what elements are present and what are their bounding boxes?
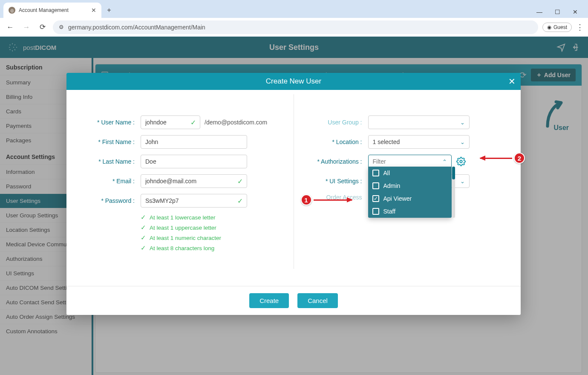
site-info-icon[interactable]: ⚙ [59,24,64,30]
guest-label: Guest [553,24,567,30]
authorizations-dropdown: All Admin Api Viewer Staff [368,167,452,218]
row-user-name: * User Name : ✓ /demo@postdicom.com [79,115,281,129]
auth-option-staff[interactable]: Staff [368,205,452,218]
modal-left-column: * User Name : ✓ /demo@postdicom.com * Fi… [66,94,294,269]
email-input[interactable] [141,174,247,188]
chevron-up-icon: ⌃ [442,159,447,165]
last-name-input[interactable] [141,155,247,168]
cancel-button[interactable]: Cancel [297,293,338,308]
password-input[interactable] [141,194,247,208]
modal-footer: Create Cancel [66,286,521,315]
new-tab-button[interactable]: + [103,4,115,16]
row-password: * Password : ✓ [79,194,281,208]
chevron-down-icon: ⌄ [460,119,465,126]
label-authorizations: * Authorizations : [307,158,362,165]
modal-close-icon[interactable]: ✕ [508,76,516,87]
check-icon: ✓ [190,118,196,127]
first-name-input[interactable] [141,135,247,149]
annotation-badge-1: 1 [301,194,312,205]
browser-top-bar: ◎ Account Management ✕ + ― ☐ ✕ [0,0,588,18]
modal-title: Create New User [266,77,321,86]
label-ui-settings: * UI Settings : [307,178,362,185]
authorizations-filter-input[interactable] [373,158,432,165]
label-user-name: * User Name : [79,119,135,126]
checkbox-checked-icon [372,195,379,202]
create-button[interactable]: Create [249,293,289,308]
check-icon: ✓ [141,234,146,242]
auth-option-api-viewer[interactable]: Api Viewer [368,192,452,205]
maximize-icon[interactable]: ☐ [551,9,563,15]
tab-title: Account Management [19,7,69,13]
browser-tab[interactable]: ◎ Account Management ✕ [3,3,101,18]
row-email: * Email : ✓ [79,174,281,188]
row-user-group: User Group : ⌄ [307,115,508,129]
row-first-name: * First Name : [79,135,281,149]
check-icon: ✓ [141,244,146,252]
modal-body: * User Name : ✓ /demo@postdicom.com * Fi… [66,90,521,286]
domain-suffix: /demo@postdicom.com [205,119,267,126]
modal-right-column: User Group : ⌄ * Location : 1 selected ⌄… [294,94,521,269]
check-icon: ✓ [237,197,243,205]
browser-toolbar: ← → ⟳ ⚙ germany.postdicom.com/AccountMan… [0,18,588,37]
guest-icon: ◉ [547,24,551,30]
row-last-name: * Last Name : [79,155,281,168]
svg-point-0 [460,160,462,163]
tab-strip: ◎ Account Management ✕ + [3,3,115,18]
browser-menu-icon[interactable]: ⋮ [576,23,584,32]
tab-close-icon[interactable]: ✕ [91,7,96,14]
chevron-down-icon: ⌄ [460,178,465,185]
password-rules: ✓At least 1 lowercase letter ✓At least 1… [141,213,281,252]
label-first-name: * First Name : [79,138,135,145]
close-window-icon[interactable]: ✕ [569,9,581,15]
favicon-icon: ◎ [9,7,15,14]
label-email: * Email : [79,178,135,185]
create-user-modal: Create New User ✕ * User Name : ✓ /demo@… [66,73,521,315]
window-controls: ― ☐ ✕ [533,9,588,18]
annotation-arrow-2 [480,158,512,159]
auth-option-admin[interactable]: Admin [368,179,452,192]
annotation-arrow-1 [314,199,352,201]
row-location: * Location : 1 selected ⌄ [307,135,508,149]
location-select[interactable]: 1 selected ⌄ [368,135,470,149]
minimize-icon[interactable]: ― [533,9,545,15]
check-icon: ✓ [237,177,243,185]
modal-header: Create New User ✕ [66,73,521,90]
label-password: * Password : [79,197,135,204]
check-icon: ✓ [141,224,146,231]
checkbox-icon [372,182,379,189]
reload-button[interactable]: ⟳ [37,21,49,33]
check-icon: ✓ [141,213,146,221]
back-button[interactable]: ← [4,21,16,33]
address-bar[interactable]: ⚙ germany.postdicom.com/AccountManagemen… [53,20,538,34]
forward-button[interactable]: → [20,21,32,33]
auth-option-all[interactable]: All [368,167,452,179]
authorizations-gear-button[interactable] [455,156,467,167]
profile-button[interactable]: ◉ Guest [542,23,572,32]
label-last-name: * Last Name : [79,158,135,165]
pw-rule: ✓At least 1 numeric character [141,234,281,242]
annotation-badge-2: 2 [514,153,525,164]
dropdown-scrollbar[interactable] [452,167,455,218]
app-viewport: postDICOM User Settings Subscription Sum… [0,37,588,375]
location-value: 1 selected [373,138,400,145]
user-group-select[interactable]: ⌄ [368,115,470,129]
url-text: germany.postdicom.com/AccountManagement/… [68,24,205,31]
label-user-group: User Group : [307,119,362,126]
pw-rule: ✓At least 8 characters long [141,244,281,252]
pw-rule: ✓At least 1 lowercase letter [141,213,281,221]
pw-rule: ✓At least 1 uppercase letter [141,224,281,231]
checkbox-icon [372,208,379,215]
label-location: * Location : [307,138,362,145]
chevron-down-icon: ⌄ [460,139,465,145]
checkbox-icon [372,170,379,176]
